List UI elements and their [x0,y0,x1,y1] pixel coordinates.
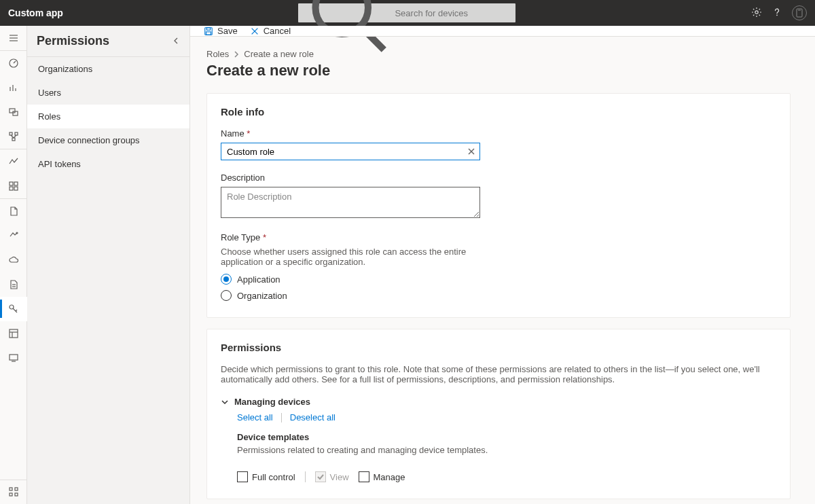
rail-cloud[interactable] [0,248,27,272]
svg-rect-30 [10,329,18,338]
checkbox-full-control-label: Full control [252,472,295,482]
checkbox-box-icon [359,471,369,482]
role-type-help: Choose whether users assigned this role … [221,247,506,267]
rail-grid-icon[interactable] [0,480,27,504]
permissions-subsection: Device templates Permissions related to … [237,432,776,455]
radio-dot-icon [221,290,232,301]
rail-templates[interactable] [0,199,27,223]
svg-rect-36 [15,488,18,490]
save-button[interactable]: Save [204,26,238,36]
rail-hamburger[interactable] [0,26,27,50]
sidebar-item-organizations[interactable]: Organizations [27,57,189,81]
clear-name-icon[interactable] [465,145,477,158]
description-field: Description [221,173,480,220]
svg-rect-33 [10,355,18,360]
svg-rect-16 [15,132,18,135]
svg-rect-20 [10,182,13,185]
rail-rules[interactable] [0,149,27,174]
top-icons [751,5,807,20]
search-box[interactable] [298,3,515,22]
description-input[interactable] [221,187,480,218]
sidebar-item-device-connection-groups[interactable]: Device connection groups [27,128,189,152]
svg-rect-15 [10,132,12,135]
cancel-label: Cancel [264,26,291,36]
checkbox-manage[interactable]: Manage [359,471,405,482]
settings-icon[interactable] [751,7,762,20]
permissions-help: Decide which permissions to grant to thi… [221,364,776,384]
checkbox-manage-label: Manage [374,472,405,482]
role-type-field: Role Type * Choose whether users assigne… [221,232,776,301]
sidebar-nav: Organizations Users Roles Device connect… [27,57,189,176]
chevron-down-icon [221,398,229,406]
name-input[interactable] [221,143,480,160]
permissions-title: Permissions [221,342,776,353]
app-title: Custom app [8,7,63,18]
rail-permissions[interactable] [0,297,27,321]
rail-device-groups[interactable] [0,124,27,149]
permissions-sub-desc: Permissions related to creating and mana… [237,445,776,455]
svg-line-19 [14,135,16,138]
save-label: Save [217,26,238,36]
sidebar-item-api-tokens[interactable]: API tokens [27,152,189,176]
permissions-sub-title: Device templates [237,432,776,442]
content: Save Cancel Roles Create a new role Crea… [190,26,815,504]
svg-rect-41 [206,31,211,34]
sidebar-header: Permissions [27,26,189,57]
breadcrumb: Roles Create a new role [206,49,799,59]
svg-rect-35 [10,488,12,490]
rail-jobs[interactable] [0,174,27,198]
svg-rect-13 [10,109,15,113]
checkbox-box-icon [315,471,326,482]
svg-point-2 [755,10,758,13]
checkbox-box-icon [237,471,248,482]
radio-organization[interactable]: Organization [221,290,776,301]
description-label: Description [221,173,480,183]
checkbox-view: View [315,471,349,482]
sidebar-title: Permissions [37,34,109,48]
search-wrap [63,3,751,22]
command-bar: Save Cancel [190,26,815,37]
sidebar-item-roles[interactable]: Roles [27,105,189,128]
radio-application[interactable]: Application [221,274,776,285]
svg-rect-38 [15,493,18,496]
collapse-icon[interactable] [172,36,180,47]
divider [281,413,282,422]
svg-rect-40 [206,27,210,30]
svg-rect-23 [14,187,18,190]
role-type-label: Role Type * [221,232,776,242]
role-type-radio-group: Application Organization [221,274,776,301]
radio-dot-icon [221,274,232,285]
rail-dashboard[interactable] [0,51,27,75]
rail-data-export[interactable] [0,223,27,248]
select-all-link[interactable]: Select all [237,412,273,422]
deselect-all-link[interactable]: Deselect all [290,412,336,422]
rail-customize[interactable] [0,346,27,370]
sidebar-item-users[interactable]: Users [27,81,189,105]
search-input[interactable] [395,8,509,18]
permissions-card: Permissions Decide which permissions to … [206,329,791,499]
rail-app-settings[interactable] [0,321,27,346]
page-title: Create a new role [206,62,799,79]
chevron-right-icon [233,51,240,58]
role-info-title: Role info [221,106,776,118]
permissions-check-row: Full control View Manage [237,471,776,482]
help-icon[interactable] [772,7,782,20]
role-info-card: Role info Name * Description Role Type *… [206,93,791,318]
rail-analytics[interactable] [0,75,27,100]
avatar[interactable] [792,5,807,20]
sidebar: Permissions Organizations Users Roles De… [27,26,190,504]
rail-devices[interactable] [0,100,27,124]
svg-line-29 [16,310,17,311]
permissions-group-toggle[interactable]: Managing devices [221,397,776,407]
checkbox-full-control[interactable]: Full control [237,471,295,482]
divider [305,471,306,482]
svg-rect-22 [10,187,13,190]
svg-line-18 [11,135,14,138]
rail-file[interactable] [0,272,27,297]
svg-rect-37 [10,493,12,496]
breadcrumb-roles[interactable]: Roles [206,49,229,59]
top-bar: Custom app [0,0,815,26]
svg-rect-17 [12,138,15,141]
cancel-button[interactable]: Cancel [250,26,291,36]
icon-rail [0,26,27,504]
